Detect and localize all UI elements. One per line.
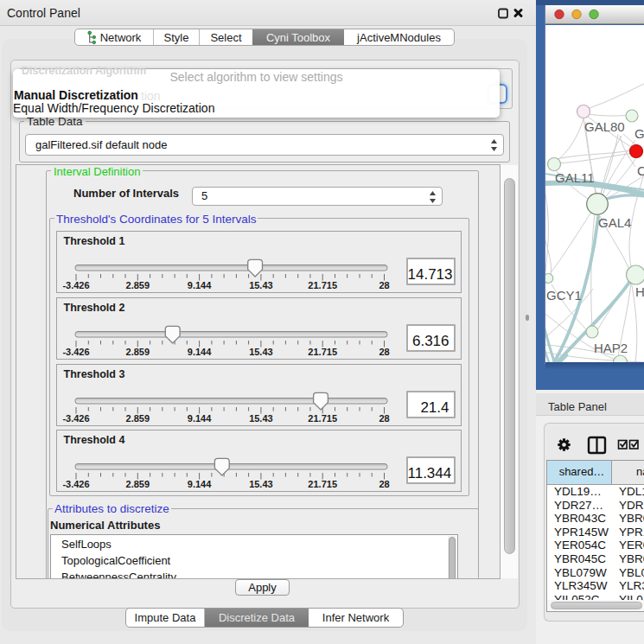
svg-text:GAL4: GAL4 (598, 215, 631, 230)
svg-text:2.859: 2.859 (125, 280, 150, 290)
svg-text:-3.426: -3.426 (62, 479, 89, 489)
svg-text:HAP2: HAP2 (594, 341, 628, 355)
svg-text:-3.426: -3.426 (62, 347, 89, 357)
svg-text:C: C (637, 163, 644, 178)
svg-text:15.43: 15.43 (249, 347, 273, 357)
svg-text:2.859: 2.859 (125, 347, 150, 357)
svg-text:GCY1: GCY1 (546, 288, 582, 303)
svg-text:H: H (635, 284, 644, 299)
svg-text:28: 28 (379, 280, 389, 290)
svg-text:28: 28 (379, 347, 389, 357)
svg-text:-3.426: -3.426 (62, 280, 89, 290)
svg-text:28: 28 (379, 412, 389, 423)
svg-text:9.144: 9.144 (187, 479, 211, 489)
svg-text:2.859: 2.859 (125, 412, 150, 423)
svg-text:9.144: 9.144 (187, 412, 211, 423)
svg-text:15.43: 15.43 (249, 479, 273, 489)
svg-text:GAL11: GAL11 (555, 170, 595, 185)
svg-text:21.715: 21.715 (308, 347, 337, 357)
svg-text:21.715: 21.715 (308, 412, 337, 423)
svg-text:GAL80: GAL80 (584, 119, 625, 134)
svg-text:G…: G… (634, 126, 644, 141)
svg-text:28: 28 (379, 479, 389, 489)
svg-text:15.43: 15.43 (249, 280, 273, 290)
svg-text:2.859: 2.859 (125, 479, 150, 489)
svg-text:21.715: 21.715 (308, 479, 337, 489)
svg-text:9.144: 9.144 (187, 347, 211, 357)
svg-text:21.715: 21.715 (308, 280, 337, 290)
svg-text:-3.426: -3.426 (62, 412, 89, 423)
svg-text:9.144: 9.144 (187, 280, 211, 290)
svg-text:15.43: 15.43 (249, 412, 273, 423)
